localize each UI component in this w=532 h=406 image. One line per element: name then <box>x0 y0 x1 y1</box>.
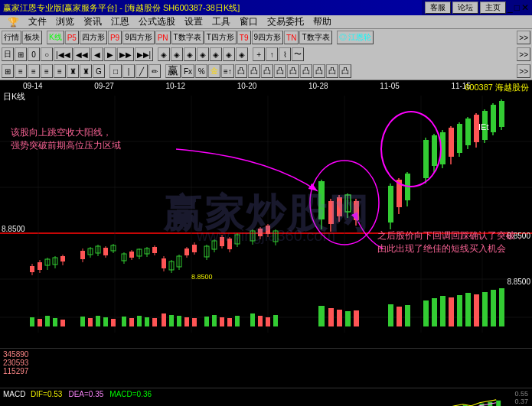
close-btn[interactable]: ✕ <box>521 2 529 13</box>
customer-service-btn[interactable]: 客服 <box>425 2 451 14</box>
tb-icon8[interactable]: G <box>93 64 105 78</box>
menu-settings[interactable]: 设置 <box>180 15 207 29</box>
menu-help[interactable]: 帮助 <box>308 15 336 29</box>
tb-bk[interactable]: 板块 <box>22 31 42 44</box>
vol-label3: 115297 <box>3 367 28 375</box>
tb-more3[interactable]: >> <box>517 64 530 78</box>
svg-rect-123 <box>122 317 126 326</box>
menu-browse[interactable]: 浏览 <box>51 15 79 29</box>
tb-t5[interactable]: 凸 <box>287 64 299 78</box>
tb-more[interactable]: >> <box>517 31 530 44</box>
svg-rect-139 <box>258 316 263 326</box>
tb-tn[interactable]: TN <box>284 31 299 44</box>
menu-file[interactable]: 文件 <box>24 15 51 29</box>
tb-circle[interactable]: ○ <box>41 47 53 61</box>
tb-wave[interactable]: 〜 <box>292 47 304 61</box>
svg-rect-137 <box>235 316 240 326</box>
svg-rect-155 <box>465 293 471 326</box>
tb-t6[interactable]: 凸 <box>300 64 312 78</box>
tb-prev3[interactable]: |◀◀ <box>54 47 73 61</box>
svg-rect-60 <box>220 237 224 246</box>
tb-s7[interactable]: ◈ <box>236 47 248 61</box>
menu-tools[interactable]: 工具 <box>207 15 235 29</box>
menu-trade[interactable]: 交易委托 <box>263 15 308 29</box>
menu-formula[interactable]: 公式选股 <box>134 15 180 29</box>
svg-rect-124 <box>129 318 134 326</box>
tb-tn-num[interactable]: T数字表 <box>299 31 331 44</box>
tb-gold[interactable]: 金 <box>208 64 220 78</box>
tb-day[interactable]: 日 <box>2 47 14 61</box>
tb-grid1[interactable]: ⊞ <box>15 47 27 61</box>
tb-icon1[interactable]: ⊞ <box>2 64 14 78</box>
menu-news[interactable]: 资讯 <box>79 15 106 29</box>
tb-t7[interactable]: 凸 <box>313 64 325 78</box>
svg-rect-84 <box>388 186 393 222</box>
tb-prev2[interactable]: ◀◀ <box>73 47 90 61</box>
tb-prev1[interactable]: ◀ <box>91 47 103 61</box>
forum-btn[interactable]: 论坛 <box>452 2 478 14</box>
tb-draw2[interactable]: | <box>122 64 135 78</box>
tb-s3[interactable]: ◈ <box>184 47 196 61</box>
tb-jianen-wheel[interactable]: ◎ 江恩轮 <box>337 31 374 44</box>
tb-arrow[interactable]: ↑ <box>266 47 278 61</box>
date-3: 10-12 <box>165 82 185 90</box>
tb-t9[interactable]: 凸 <box>339 64 351 78</box>
tb-draw3[interactable]: ╱ <box>135 64 148 78</box>
tb-pipe[interactable]: ⌇ <box>279 47 291 61</box>
menu-win-icon[interactable]: 🏆 <box>3 15 24 29</box>
tb-pct[interactable]: 赢 <box>165 64 181 78</box>
tb-t-4sq[interactable]: T四方形 <box>204 31 237 44</box>
tb-9t-4sq[interactable]: 9四方形 <box>252 31 284 44</box>
tb-t9[interactable]: T9 <box>237 31 251 44</box>
svg-rect-23 <box>60 256 65 261</box>
tb-play[interactable]: ▶ <box>104 47 116 61</box>
tb-t-num[interactable]: T数字表 <box>171 31 204 44</box>
tb-icon6[interactable]: ♜ <box>67 64 79 78</box>
tb-s5[interactable]: ◈ <box>210 47 222 61</box>
tb-t1[interactable]: 凸 <box>235 64 247 78</box>
tb-next2[interactable]: ▶▶| <box>135 47 154 61</box>
tb-s6[interactable]: ◈ <box>223 47 235 61</box>
svg-rect-141 <box>273 315 278 326</box>
tb-t3[interactable]: 凸 <box>261 64 273 78</box>
menu-window[interactable]: 窗口 <box>235 15 263 29</box>
svg-rect-154 <box>457 295 462 326</box>
tb-p5[interactable]: P5 <box>65 31 79 44</box>
tb-t2[interactable]: 凸 <box>248 64 260 78</box>
tb-plus[interactable]: + <box>253 47 265 61</box>
tb-p9[interactable]: P9 <box>108 31 122 44</box>
tb-icon4[interactable]: ≡ <box>41 64 53 78</box>
tb-t4[interactable]: 凸 <box>274 64 286 78</box>
tb-icon5[interactable]: ≡ <box>54 64 66 78</box>
tb-next1[interactable]: ▶▶ <box>117 47 134 61</box>
maximize-btn[interactable]: □ <box>514 2 520 13</box>
minimize-btn[interactable]: _ <box>508 2 513 13</box>
menu-jianen[interactable]: 江恩 <box>106 15 134 29</box>
tb-4sq[interactable]: 四方形 <box>80 31 107 44</box>
tb-hq[interactable]: 行情 <box>2 31 21 44</box>
tb-s1[interactable]: ◈ <box>158 47 170 61</box>
svg-rect-207 <box>496 401 501 406</box>
tb-draw1[interactable]: □ <box>109 64 122 78</box>
tb-s4[interactable]: ◈ <box>197 47 209 61</box>
tb-t8[interactable]: 凸 <box>326 64 338 78</box>
tb-s2[interactable]: ◈ <box>171 47 183 61</box>
tb-draw4[interactable]: ✏ <box>149 64 161 78</box>
tb-arrow1[interactable]: ≡↑ <box>221 64 234 78</box>
tb-pct2[interactable]: % <box>195 64 207 78</box>
dif-value: DIF=0.53 <box>31 390 62 398</box>
svg-rect-25 <box>80 251 85 259</box>
tb-num0[interactable]: 0 <box>28 47 40 61</box>
home-btn[interactable]: 主页 <box>480 2 506 14</box>
tb-more2[interactable]: >> <box>517 47 530 61</box>
tb-kline[interactable]: K线 <box>47 31 64 44</box>
vol-label2: 230593 <box>3 359 28 367</box>
tb-icon2[interactable]: ≡ <box>15 64 27 78</box>
svg-rect-31 <box>103 248 108 255</box>
tb-pn[interactable]: PN <box>155 31 171 44</box>
svg-rect-138 <box>250 313 255 326</box>
tb-icon3[interactable]: ≡ <box>28 64 40 78</box>
tb-icon7[interactable]: ♜ <box>80 64 92 78</box>
tb-fx[interactable]: Fx <box>181 64 194 78</box>
tb-9-4sq[interactable]: 9四方形 <box>122 31 155 44</box>
